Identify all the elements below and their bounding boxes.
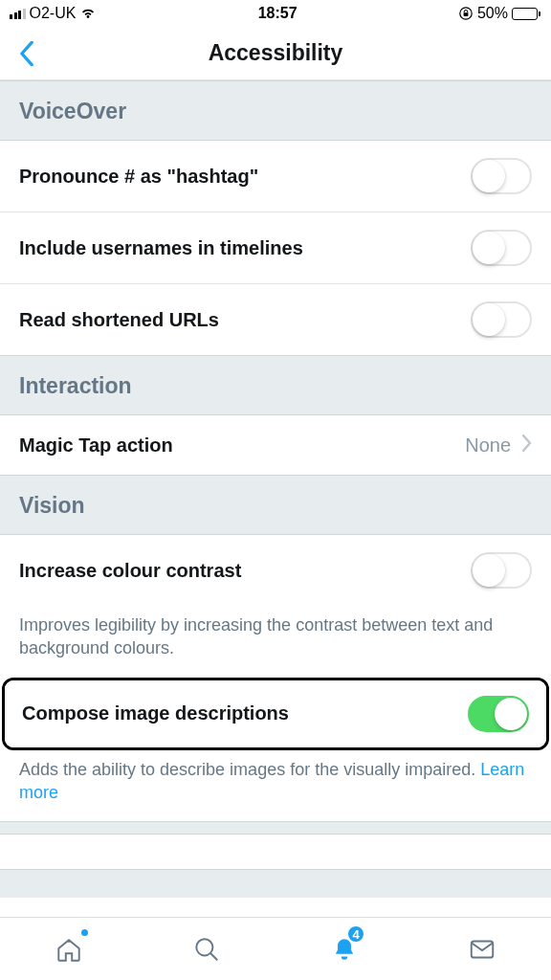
svg-point-2 [68, 940, 71, 943]
tab-bar: 4 [0, 917, 551, 980]
row-label: Magic Tap action [19, 434, 465, 457]
notifications-badge: 4 [346, 924, 365, 944]
desc-text: Improves legibility by increasing the co… [19, 613, 532, 660]
row-magic-tap[interactable]: Magic Tap action None [0, 415, 551, 475]
row-value: None [465, 434, 511, 457]
status-right: 50% [458, 5, 538, 22]
section-header-interaction: Interaction [0, 355, 551, 415]
toggle-compose-image-descriptions[interactable] [468, 696, 529, 732]
status-time: 18:57 [258, 5, 298, 22]
status-bar: O2-UK 18:57 50% [0, 0, 551, 27]
back-button[interactable] [0, 27, 54, 80]
page-title: Accessibility [0, 40, 551, 66]
row-label: Increase colour contrast [19, 560, 471, 582]
desc-text: Adds the ability to describe images for … [19, 758, 532, 805]
blank-row [0, 835, 551, 869]
svg-line-4 [210, 953, 216, 959]
row-pronounce-hashtag[interactable]: Pronounce # as "hashtag" [0, 141, 551, 212]
orientation-lock-icon [458, 6, 474, 21]
battery-percent: 50% [477, 5, 508, 22]
carrier-label: O2-UK [30, 5, 77, 22]
home-activity-dot-icon [81, 929, 88, 936]
row-include-usernames[interactable]: Include usernames in timelines [0, 212, 551, 283]
row-read-shortened-urls[interactable]: Read shortened URLs [0, 283, 551, 355]
desc-body: Adds the ability to describe images for … [19, 760, 480, 779]
battery-icon [512, 8, 538, 20]
section-header-voiceover: VoiceOver [0, 80, 551, 141]
tab-search[interactable] [138, 918, 276, 980]
row-label: Pronounce # as "hashtag" [19, 166, 471, 188]
tab-home[interactable] [0, 918, 138, 980]
envelope-icon [468, 935, 496, 964]
wifi-icon [79, 7, 97, 20]
chevron-right-icon [522, 434, 532, 456]
section-gap [0, 821, 551, 835]
cellular-signal-icon [10, 8, 26, 19]
row-label: Compose image descriptions [22, 702, 468, 724]
search-icon [192, 935, 221, 964]
row-label: Read shortened URLs [19, 309, 471, 331]
tab-messages[interactable] [413, 918, 551, 980]
row-compose-image-descriptions[interactable]: Compose image descriptions [5, 680, 546, 747]
row-label: Include usernames in timelines [19, 237, 471, 259]
nav-bar: Accessibility [0, 27, 551, 80]
tab-notifications[interactable]: 4 [276, 918, 413, 980]
toggle-increase-contrast[interactable] [471, 552, 532, 589]
svg-rect-1 [464, 12, 469, 16]
section-header-motion-peek [0, 869, 551, 898]
section-header-vision: Vision [0, 475, 551, 535]
toggle-pronounce-hashtag[interactable] [471, 158, 532, 194]
highlighted-compose-row: Compose image descriptions [2, 678, 549, 750]
row-increase-contrast[interactable]: Increase colour contrast [0, 535, 551, 606]
content: VoiceOver Pronounce # as "hashtag" Inclu… [0, 80, 551, 917]
home-icon [55, 935, 83, 964]
desc-increase-contrast: Improves legibility by increasing the co… [0, 606, 551, 678]
chevron-left-icon [19, 41, 34, 66]
desc-compose: Adds the ability to describe images for … [0, 750, 551, 822]
toggle-shortened-urls[interactable] [471, 301, 532, 338]
status-left: O2-UK [10, 5, 97, 22]
toggle-include-usernames[interactable] [471, 230, 532, 266]
